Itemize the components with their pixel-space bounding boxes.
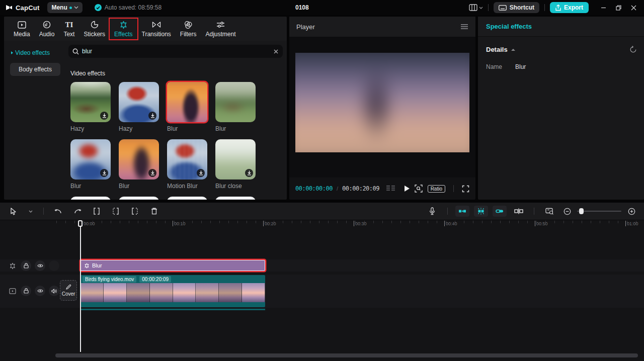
- close-button[interactable]: [627, 2, 640, 14]
- video-clip-header: Birds flying video.mov 00:00:20:09: [80, 275, 265, 283]
- zoom-out-button[interactable]: [561, 204, 573, 218]
- effect-item-blur-selected[interactable]: Blur: [167, 82, 207, 132]
- zoom-in-button[interactable]: [626, 204, 637, 218]
- video-clip-underline: [80, 309, 265, 310]
- download-icon[interactable]: [100, 112, 108, 120]
- main-track-magnet-button[interactable]: [511, 204, 526, 218]
- shortcut-label: Shortcut: [510, 4, 534, 11]
- horizontal-scrollbar[interactable]: [55, 353, 638, 357]
- cover-button[interactable]: Cover: [60, 280, 77, 301]
- download-icon[interactable]: [148, 112, 156, 120]
- capcut-logo: CapCut: [5, 4, 39, 12]
- mute-track-button-disabled: [49, 260, 59, 271]
- effect-item-blur-3[interactable]: Blur: [70, 139, 111, 190]
- timeline-ruler[interactable]: 00:00 00:10 00:20 00:30 00:40 00:50 01:0…: [0, 220, 644, 231]
- details-section-header[interactable]: Details: [478, 37, 644, 53]
- zoom-slider-handle[interactable]: [579, 208, 584, 214]
- layout-switch-button[interactable]: [469, 4, 483, 11]
- mute-track-button[interactable]: [49, 286, 59, 296]
- autosave-status: Auto saved: 08:59:58: [95, 4, 162, 11]
- effect-item-hazy-2[interactable]: Hazy: [119, 82, 159, 132]
- tab-stickers[interactable]: Stickers: [79, 19, 110, 39]
- timeline-zoom-slider[interactable]: [577, 211, 621, 212]
- ratio-button[interactable]: Ratio: [428, 185, 445, 193]
- effect-item-hazy-1[interactable]: Hazy: [70, 82, 111, 132]
- delete-left-button[interactable]: [108, 204, 123, 218]
- select-tool-dropdown[interactable]: [25, 204, 36, 218]
- restore-button[interactable]: [612, 2, 625, 14]
- hide-track-button[interactable]: [35, 260, 45, 271]
- shortcut-button[interactable]: Shortcut: [494, 2, 539, 13]
- tab-media[interactable]: Media: [9, 19, 35, 39]
- ruler-label: 01:00: [625, 221, 638, 226]
- menu-button[interactable]: Menu: [47, 2, 82, 13]
- download-icon[interactable]: [197, 169, 205, 177]
- fit-timeline-button[interactable]: [542, 204, 557, 218]
- hide-track-button[interactable]: [35, 286, 45, 296]
- playhead-line[interactable]: [80, 220, 81, 352]
- effects-content: Video effects Hazy: [66, 41, 287, 200]
- inspector-header: Special effects: [478, 17, 644, 37]
- section-title: Video effects: [70, 70, 283, 77]
- redo-button[interactable]: [70, 204, 85, 218]
- preview-quality-icon[interactable]: [415, 185, 423, 193]
- layout-icon: [469, 4, 477, 11]
- tab-audio[interactable]: Audio: [35, 19, 59, 39]
- preview-axis-toggle[interactable]: [474, 206, 488, 217]
- effects-sidebar: Video effects Body effects: [4, 41, 66, 200]
- ruler-ticks: [56, 221, 644, 223]
- frame-step-icon[interactable]: [386, 186, 395, 192]
- lock-track-button[interactable]: [21, 286, 31, 296]
- effect-item-blur-close[interactable]: Blur close: [215, 139, 256, 190]
- search-input[interactable]: [82, 48, 270, 55]
- effect-thumbnail: [215, 82, 256, 122]
- effect-item-partial[interactable]: [70, 197, 111, 200]
- search-bar[interactable]: [68, 45, 283, 58]
- split-button[interactable]: [89, 204, 104, 218]
- download-icon[interactable]: [148, 169, 156, 177]
- fullscreen-icon[interactable]: [462, 185, 469, 193]
- delete-button[interactable]: [146, 204, 162, 218]
- lock-track-button[interactable]: [21, 260, 31, 271]
- ruler-label: 00:20: [263, 221, 276, 226]
- tab-filters-label: Filters: [180, 31, 197, 38]
- minimize-button[interactable]: [597, 2, 610, 14]
- effect-item-partial[interactable]: [119, 197, 159, 200]
- video-preview[interactable]: [295, 53, 469, 152]
- download-icon[interactable]: [245, 169, 253, 177]
- effect-item-motion-blur[interactable]: Motion Blur: [167, 139, 207, 190]
- field-label: Name: [486, 63, 502, 70]
- clear-search-icon[interactable]: [273, 49, 279, 54]
- sidebar-item-video-effects[interactable]: Video effects: [4, 46, 66, 60]
- playhead-handle[interactable]: [78, 220, 83, 227]
- effect-item-blur-2[interactable]: Blur: [215, 82, 256, 132]
- export-button[interactable]: Export: [550, 2, 589, 13]
- effect-item-partial[interactable]: [167, 197, 207, 200]
- delete-right-button[interactable]: [127, 204, 142, 218]
- video-clip[interactable]: Birds flying video.mov 00:00:20:09: [80, 275, 265, 307]
- tab-adjustment[interactable]: Adjustment: [201, 19, 240, 39]
- tab-filters[interactable]: Filters: [176, 19, 201, 39]
- effect-clip-blur[interactable]: Blur: [80, 260, 265, 271]
- tab-transitions[interactable]: Transitions: [137, 19, 176, 39]
- select-tool-button[interactable]: [6, 204, 21, 218]
- sidebar-item-body-effects[interactable]: Body effects: [10, 63, 60, 76]
- effect-item-blur-4[interactable]: Blur: [119, 139, 159, 190]
- tab-text[interactable]: TI Text: [59, 19, 79, 39]
- reset-icon[interactable]: [629, 46, 637, 53]
- record-voiceover-button[interactable]: [425, 204, 440, 218]
- inspector-tab-special-effects[interactable]: Special effects: [486, 23, 532, 30]
- download-icon[interactable]: [100, 169, 108, 177]
- filmstrip-frame: [196, 283, 219, 302]
- play-button[interactable]: [404, 185, 410, 192]
- link-toggle[interactable]: [493, 206, 507, 217]
- tab-effects[interactable]: Effects: [110, 19, 137, 39]
- tab-media-label: Media: [14, 31, 30, 38]
- player-menu-icon[interactable]: [460, 24, 468, 30]
- effect-name: Hazy: [70, 125, 111, 132]
- effect-item-partial[interactable]: [215, 197, 256, 200]
- effects-star-icon: [84, 263, 90, 268]
- undo-button[interactable]: [51, 204, 66, 218]
- auto-snap-toggle[interactable]: [455, 206, 469, 217]
- effect-thumbnail: [167, 197, 207, 200]
